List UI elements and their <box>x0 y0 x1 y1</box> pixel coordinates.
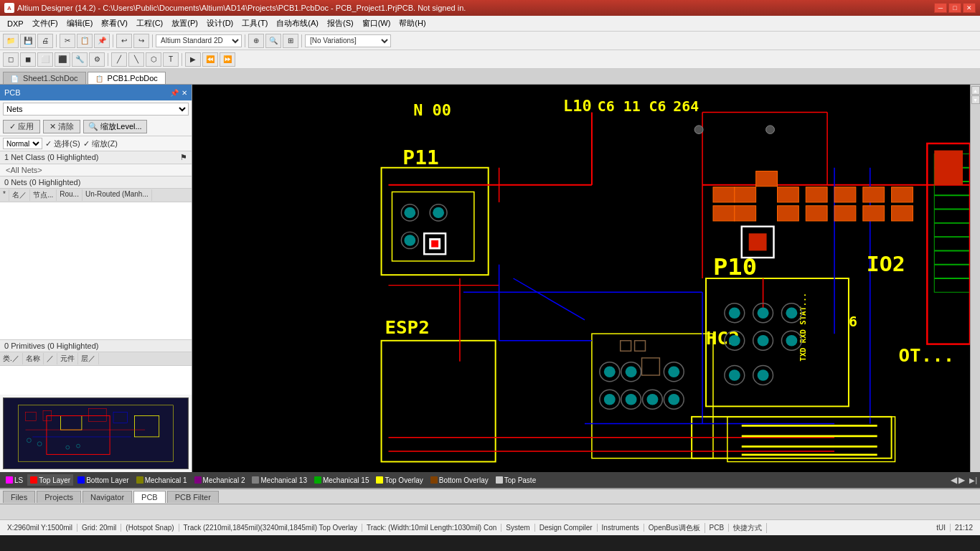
panel-pin-btn[interactable]: 📌 <box>170 89 179 97</box>
btab-navigator[interactable]: Navigator <box>83 491 132 503</box>
menu-dxp[interactable]: DXP <box>3 18 28 29</box>
panel-close-btn[interactable]: ✕ <box>182 89 187 97</box>
tb2-btn-13[interactable]: ⏩ <box>220 52 235 67</box>
maximize-button[interactable]: □ <box>948 3 961 13</box>
menu-reports[interactable]: 报告(S) <box>323 17 358 30</box>
tb2-btn-11[interactable]: ▶ <box>185 52 201 67</box>
layer-more-btn[interactable]: ▶| <box>969 476 977 484</box>
layer-bottom-overlay[interactable]: Bottom Overlay <box>428 474 491 486</box>
layer-bottom[interactable]: Bottom Layer <box>75 474 131 486</box>
status-instruments[interactable]: Instruments <box>598 524 644 532</box>
menu-tools[interactable]: 工具(T) <box>237 17 272 30</box>
btab-pcb[interactable]: PCB <box>133 491 166 503</box>
tb2-btn-4[interactable]: ⬛ <box>55 52 70 67</box>
svg-rect-83 <box>713 187 735 202</box>
svg-point-104 <box>786 308 797 319</box>
svg-point-108 <box>758 335 769 346</box>
svg-point-44 <box>404 235 415 245</box>
layer-mech2[interactable]: Mechanical 2 <box>192 474 248 486</box>
tab-schematic-label: Sheet1.SchDoc <box>23 74 77 83</box>
rp-btn-1[interactable]: ▲ <box>971 86 980 95</box>
variations-combo[interactable]: [No Variations] <box>305 34 391 47</box>
tb-btn-snap[interactable]: ⊕ <box>248 34 264 48</box>
title-bar: A Altium Designer (14.2) - C:\Users\Publ… <box>0 0 980 16</box>
clear-button[interactable]: ✕ 清除 <box>43 120 80 133</box>
pcb-canvas[interactable]: P11 ESP2 P10 HC2 IO2 OT... 6 N 00 L10 C6… <box>192 85 970 472</box>
svg-text:L10: L10 <box>563 97 591 115</box>
tb2-btn-7[interactable]: ╱ <box>111 52 127 67</box>
tb2-btn-9[interactable]: ⬡ <box>146 52 161 67</box>
layer-mech15[interactable]: Mechanical 15 <box>311 474 372 486</box>
close-button[interactable]: ✕ <box>963 3 976 13</box>
tb-btn-1[interactable]: 📁 <box>3 34 19 48</box>
menu-window[interactable]: 窗口(W) <box>358 17 395 30</box>
tb2-btn-3[interactable]: ⬜ <box>37 52 53 67</box>
status-fast[interactable]: 快捷方式 <box>729 523 767 533</box>
tb2-btn-8[interactable]: ╲ <box>128 52 144 67</box>
panel-header: PCB 📌 ✕ <box>0 85 192 100</box>
tb-btn-5[interactable]: 📋 <box>77 34 93 48</box>
menu-file[interactable]: 文件(F) <box>28 17 62 30</box>
layer-top-overlay[interactable]: Top Overlay <box>373 474 425 486</box>
tb-btn-zoom[interactable]: 🔍 <box>265 34 281 48</box>
layer-mech13[interactable]: Mechanical 13 <box>249 474 309 486</box>
tab-pcb[interactable]: 📋 PCB1.PcbDoc <box>88 72 166 84</box>
tb2-btn-10[interactable]: T <box>163 52 179 67</box>
tab-schematic[interactable]: 📄 Sheet1.SchDoc <box>3 72 86 84</box>
svg-rect-98 <box>892 206 913 221</box>
layer-top-paste[interactable]: Top Paste <box>493 474 539 486</box>
zoom-level-button[interactable]: 🔍 缩放Level... <box>83 120 147 133</box>
tb2-btn-1[interactable]: ◻ <box>3 52 19 67</box>
svg-point-31 <box>626 394 637 405</box>
tb2-btn-6[interactable]: ⚙ <box>89 52 105 67</box>
primitives-list-area <box>0 366 192 395</box>
tb-sep-5 <box>301 34 302 47</box>
layer-ls[interactable]: LS <box>3 474 26 486</box>
tb-btn-undo[interactable]: ↩ <box>116 34 132 48</box>
layer-mech1[interactable]: Mechanical 1 <box>133 474 190 486</box>
minimize-button[interactable]: ─ <box>934 3 947 13</box>
menu-autoroute[interactable]: 自动布线(A) <box>272 17 323 30</box>
btab-files[interactable]: Files <box>3 491 35 503</box>
status-pcb[interactable]: PCB <box>705 524 730 532</box>
menu-place[interactable]: 放置(P) <box>167 17 202 30</box>
tb2-btn-5[interactable]: 🔧 <box>72 52 88 67</box>
svg-point-132 <box>694 126 703 134</box>
layer-top-overlay-label: Top Overlay <box>385 476 423 484</box>
panel-select[interactable]: Nets <box>3 103 189 116</box>
mode-select[interactable]: Normal <box>3 138 42 149</box>
tb2-btn-12[interactable]: ⏪ <box>202 52 218 67</box>
menu-design[interactable]: 设计(D) <box>202 17 237 30</box>
status-design-compiler[interactable]: Design Compiler <box>535 524 598 532</box>
panel-dropdown: Nets <box>0 100 192 118</box>
layer-scroll-left[interactable]: ◀ <box>951 475 957 485</box>
layer-scroll-right[interactable]: ▶ <box>958 475 965 485</box>
all-nets-item[interactable]: <All Nets> <box>0 164 192 176</box>
tb-btn-2[interactable]: 💾 <box>20 34 36 48</box>
svg-rect-97 <box>863 206 885 221</box>
menu-help[interactable]: 帮助(H) <box>395 17 430 30</box>
svg-point-106 <box>729 335 740 346</box>
rp-btn-2[interactable]: ▼ <box>971 95 980 104</box>
btab-projects[interactable]: Projects <box>37 491 81 503</box>
layer-ls-color <box>6 476 13 484</box>
select-label: ✓ 选择(S) <box>45 138 80 149</box>
status-system[interactable]: System <box>501 524 534 532</box>
tb-btn-fit[interactable]: ⊞ <box>283 34 298 48</box>
layer-top[interactable]: Top Layer <box>27 474 73 486</box>
toolbar2: ◻ ◼ ⬜ ⬛ 🔧 ⚙ ╱ ╲ ⬡ T ▶ ⏪ ⏩ <box>0 50 980 69</box>
tb-btn-3[interactable]: 🖨 <box>37 34 53 48</box>
nets-section-header: 0 Nets (0 Highlighted) <box>0 176 192 189</box>
tb-btn-6[interactable]: 📌 <box>94 34 110 48</box>
view-combo[interactable]: Altium Standard 2D <box>156 34 242 47</box>
btab-pcb-filter[interactable]: PCB Filter <box>167 491 219 503</box>
apply-button[interactable]: ✓ 应用 <box>3 120 40 133</box>
tb2-btn-2[interactable]: ◼ <box>20 52 36 67</box>
tb-btn-4[interactable]: ✂ <box>60 34 75 48</box>
tb-btn-redo[interactable]: ↪ <box>133 34 149 48</box>
svg-text:P11: P11 <box>402 146 438 169</box>
menu-view[interactable]: 察看(V) <box>97 17 132 30</box>
status-openbus[interactable]: OpenBus调色板 <box>644 523 705 533</box>
menu-project[interactable]: 工程(C) <box>132 17 167 30</box>
menu-edit[interactable]: 编辑(E) <box>62 17 98 30</box>
